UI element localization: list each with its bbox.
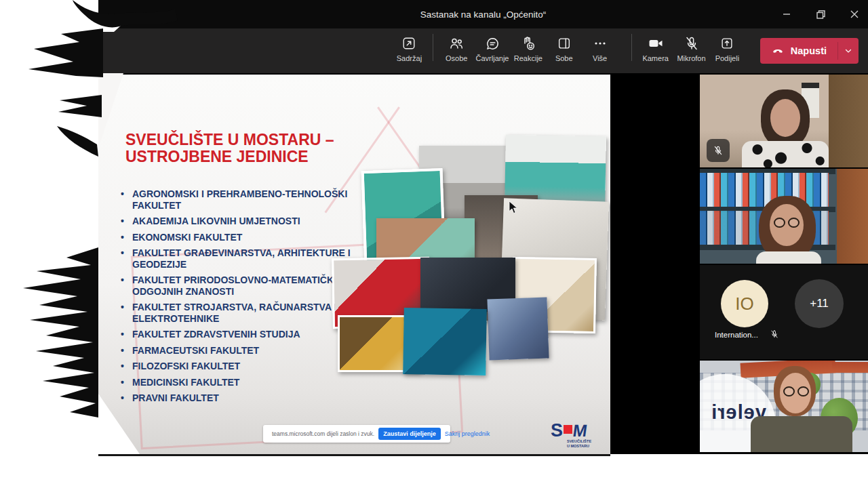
background-cabinet [837,169,868,264]
close-button[interactable] [848,7,861,21]
mic-muted-button[interactable]: Mikrofon [673,28,709,62]
more-icon [592,35,608,52]
browser-share-bar: teams.microsoft.com dijeli zaslon i zvuk… [263,425,450,443]
faculty-item: FAKULTET GRAĐEVINARSTVA, ARHITEKTURE I G… [121,247,351,270]
photo-collage [326,129,610,393]
mic-muted-badge [707,139,730,162]
reactions-icon [520,35,536,52]
participant-2-video [751,196,832,264]
faculty-item: AKADEMIJA LIKOVNIH UMJETNOSTI [121,216,351,227]
shared-screen-slide: SVEUČLIŠTE U MOSTARU – USTROJBENE JEDINI… [95,75,610,456]
camera-button[interactable]: Kamera [637,28,673,62]
sum-logo-caption: SVEUČILIŠTE U MOSTARU [567,439,601,448]
faculty-item: FAKULTET ZDRAVSTVENIH STUDIJA [121,329,351,340]
faculty-item: FAKULTET STROJARSTVA, RAČUNARSTVA I ELEK… [121,302,351,324]
toolbar-separator [433,34,433,61]
mic-muted-icon [770,329,779,342]
rooms-button[interactable]: Sobe [546,28,582,62]
avatar-tile-group[interactable]: IO +11 Internation... [700,265,868,359]
faculty-item: MEDICINSKI FAKULTET [121,377,351,388]
faculty-item: PRAVNI FAKULTET [121,392,351,404]
chat-icon [485,35,500,52]
sum-logo: S M SVEUČILIŠTE U MOSTARU [551,422,601,451]
collage-photo-surgery [403,308,487,375]
close-icon [850,10,859,18]
window-title: Sastanak na kanalu „Općenito“ [98,9,868,20]
video-tile-participant-1[interactable] [700,75,868,167]
leave-options-button[interactable] [838,38,859,64]
more-button[interactable]: Više [582,28,618,62]
toolbar-separator [631,34,632,61]
chat-button[interactable]: Čavrljanje [475,28,511,62]
share-button[interactable]: Podijeli [709,28,745,62]
faculty-item: FAKULTET PRIRODOSLOVNO-MATEMATIČKIH I OD… [121,274,351,297]
share-content-icon [401,35,416,52]
content-button[interactable]: Sadržaj [391,28,427,62]
collage-photo-reading [487,297,549,360]
share-bar-message: teams.microsoft.com dijeli zaslon i zvuk… [272,430,374,437]
reactions-button[interactable]: Reakcije [510,28,546,62]
avatar-initials: IO [721,280,768,327]
chevron-down-icon [844,47,852,55]
minimize-button[interactable] [780,7,793,21]
people-icon [448,35,465,52]
participant-sidebar: IO +11 Internation... veleri [700,75,868,454]
faculty-item: AGRONOMSKI I PREHRAMBENO-TEHNOLOŠKI FAKU… [121,188,351,211]
restore-button[interactable] [814,7,827,21]
restore-icon [816,10,825,19]
rooms-icon [557,35,572,52]
meeting-toolbar: Sadržaj Osobe Čavrljanje Reakcije Sobe [78,28,868,73]
hide-browser-button[interactable]: Sakrij preglednik [445,430,490,437]
mouse-cursor [509,201,518,214]
share-up-icon [719,35,734,52]
participant-3-video [757,366,852,452]
mic-muted-icon [713,145,724,156]
meeting-stage: SVEUČLIŠTE U MOSTARU – USTROJBENE JEDINI… [95,73,868,454]
faculty-item: EKONOMSKI FAKULTET [121,232,351,243]
window-titlebar: Sastanak na kanalu „Općenito“ [98,0,868,28]
minimize-icon [783,10,791,18]
video-tile-participant-3[interactable]: veleri [700,361,868,452]
faculty-item: FARMACEUTSKI FAKULTET [121,345,351,357]
participant-name-label: Internation... [715,331,758,339]
faculty-item: FILOZOFSKI FAKULTET [121,361,351,372]
camera-icon [648,35,664,52]
leave-button[interactable]: Napusti [760,38,837,64]
people-button[interactable]: Osobe [439,28,475,62]
sum-logo-square [564,425,572,434]
faculty-list: AGRONOMSKI I PREHRAMBENO-TEHNOLOŠKI FAKU… [121,188,351,404]
leave-button-group: Napusti [760,38,859,64]
stop-sharing-button[interactable]: Zaustavi dijeljenje [378,428,441,440]
overflow-count-badge: +11 [795,279,844,328]
video-tile-participant-2[interactable] [700,169,868,264]
hangup-icon [771,44,785,58]
mic-muted-icon [684,35,700,52]
participant-1-video [747,89,835,167]
